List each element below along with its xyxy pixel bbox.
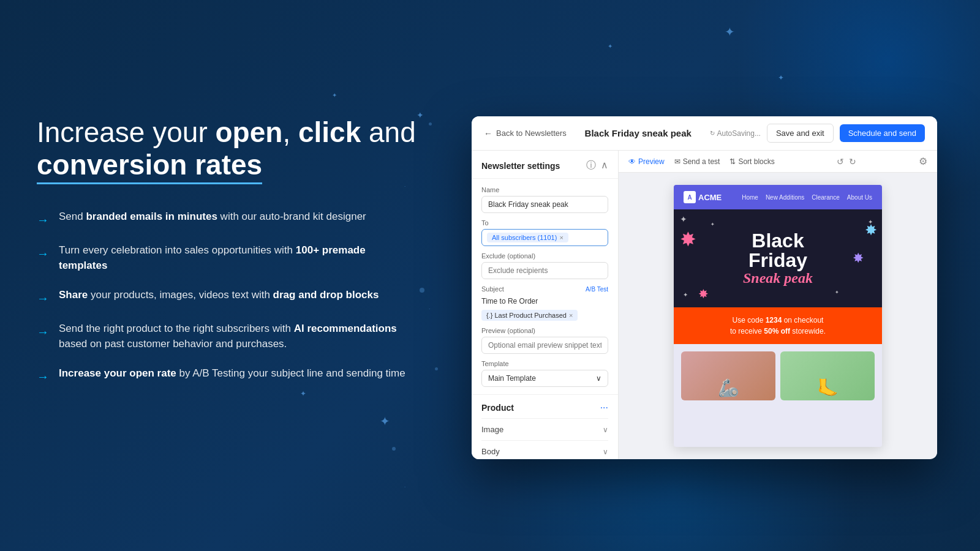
preview-panel: 👁 Preview ✉ Send a test ⇅ Sort blocks: [619, 151, 937, 459]
exclude-label: Exclude (optional): [481, 252, 608, 260]
product-section-title: Product: [481, 403, 514, 413]
feature-item-2: → Turn every celebration into sales oppo…: [37, 242, 417, 274]
email-hero: ✦ ✦ ✦ ✦ ✦ ✸ ✸ ✸ ✸: [674, 209, 882, 307]
back-to-newsletters-link[interactable]: ← Back to Newsletters: [484, 129, 567, 138]
feature-item-4: → Send the right product to the right su…: [37, 321, 417, 352]
preview-button[interactable]: 👁 Preview: [628, 157, 665, 166]
product-image-2: 🦶: [817, 378, 839, 400]
chevron-down-icon: ∨: [596, 374, 601, 383]
hero-line2: Friday: [743, 250, 813, 270]
send-test-icon: ✉: [674, 157, 680, 166]
nav-link-about: About Us: [847, 194, 872, 201]
headline-open: open: [215, 116, 282, 148]
remove-subscriber-tag[interactable]: ×: [559, 234, 563, 241]
template-label: Template: [481, 360, 608, 367]
sort-icon: ⇅: [729, 157, 736, 166]
subject-dynamic-tag: {.} Last Product Purchased ×: [481, 310, 578, 321]
name-label: Name: [481, 186, 608, 193]
image-collapse[interactable]: Image ∨: [481, 418, 608, 440]
feature-item-3: → Share your products, images, videos te…: [37, 287, 417, 307]
arrow-icon-2: →: [37, 244, 49, 263]
save-exit-button[interactable]: Save and exit: [767, 124, 834, 143]
nav-link-home: Home: [742, 194, 758, 201]
product-section: Product ··· Image ∨ Body ∨ Button: [472, 394, 618, 459]
features-list: → Send branded emails in minutes with ou…: [37, 209, 417, 386]
feature-text-2: Turn every celebration into sales opport…: [59, 242, 417, 274]
subject-input-row: Time to Re Order {.} Last Product Purcha…: [481, 295, 608, 321]
exclude-input[interactable]: [481, 262, 608, 279]
settings-panel: Newsletter settings ⓘ ∧ Name To: [472, 151, 619, 459]
feature-item-1: → Send branded emails in minutes with ou…: [37, 209, 417, 229]
form-section: Name To All subscribers (1101) ×: [472, 179, 618, 394]
remove-subject-tag[interactable]: ×: [569, 312, 573, 319]
undo-redo-controls: ↺ ↻: [837, 157, 856, 167]
subject-label: Subject: [481, 285, 504, 293]
name-input[interactable]: [481, 196, 608, 213]
autosave-refresh-icon: ↻: [710, 130, 715, 137]
preview-actions: 👁 Preview ✉ Send a test ⇅ Sort blocks: [628, 157, 775, 166]
email-preview: A ACME Home New Additions Clearance Abou…: [674, 185, 882, 447]
body-label: Body: [481, 447, 500, 456]
email-promo: Use code 1234 on checkout to receive 50%…: [674, 307, 882, 344]
app-title: Black Friday sneak peak: [585, 128, 692, 138]
back-label: Back to Newsletters: [496, 129, 567, 138]
headline-click: click: [298, 116, 361, 148]
email-logo: A ACME: [684, 191, 722, 203]
product-more-button[interactable]: ···: [600, 402, 608, 413]
headline-conversion: conversion rates: [37, 149, 262, 184]
app-window: ← Back to Newsletters Black Friday sneak…: [472, 116, 937, 459]
arrow-icon-1: →: [37, 211, 49, 229]
send-test-button[interactable]: ✉ Send a test: [674, 157, 720, 166]
template-select[interactable]: Main Template ∨: [481, 370, 608, 387]
app-header: ← Back to Newsletters Black Friday sneak…: [472, 116, 937, 151]
ab-test-link[interactable]: A/B Test: [586, 286, 608, 293]
preview-toolbar: 👁 Preview ✉ Send a test ⇅ Sort blocks: [619, 151, 937, 173]
preview-settings-icon[interactable]: ⚙: [919, 156, 927, 167]
subscriber-tag: All subscribers (1101) ×: [487, 233, 568, 242]
app-body: Newsletter settings ⓘ ∧ Name To: [472, 151, 937, 459]
feature-text-1: Send branded emails in minutes with our …: [59, 209, 366, 225]
email-preview-container: A ACME Home New Additions Clearance Abou…: [619, 173, 937, 459]
panel-title: Newsletter settings: [481, 161, 560, 171]
email-nav-links: Home New Additions Clearance About Us: [742, 194, 872, 201]
image-label: Image: [481, 425, 503, 434]
logo-icon: A: [684, 191, 696, 203]
arrow-icon-5: →: [37, 367, 49, 386]
collapse-icon[interactable]: ∧: [601, 159, 608, 172]
panel-header-actions: ⓘ ∧: [586, 159, 608, 172]
product-card-2: 🦶: [780, 351, 875, 400]
headline: Increase your open, click and conversion…: [37, 116, 417, 184]
to-input[interactable]: All subscribers (1101) ×: [481, 229, 608, 246]
body-chevron-icon: ∨: [603, 448, 608, 456]
nav-link-clearance: Clearance: [812, 194, 840, 201]
sort-blocks-button[interactable]: ⇅ Sort blocks: [729, 157, 774, 166]
preview-label: Preview (optional): [481, 327, 608, 334]
back-arrow-icon: ←: [484, 129, 492, 138]
undo-button[interactable]: ↺: [837, 157, 844, 167]
product-image-1: 🦾: [718, 378, 739, 400]
panel-header: Newsletter settings ⓘ ∧: [472, 151, 618, 179]
arrow-icon-3: →: [37, 289, 49, 307]
left-section: Increase your open, click and conversion…: [37, 165, 417, 386]
body-collapse[interactable]: Body ∨: [481, 440, 608, 459]
email-products: 🦾 🦶: [674, 344, 882, 408]
preview-eye-icon: 👁: [628, 157, 636, 166]
hero-line3: Sneak peak: [743, 270, 813, 287]
redo-button[interactable]: ↻: [849, 157, 856, 167]
product-card-1: 🦾: [681, 351, 775, 400]
hero-text: Black Friday Sneak peak: [743, 231, 813, 287]
preview-input[interactable]: [481, 337, 608, 354]
arrow-icon-4: →: [37, 323, 49, 341]
promo-text: Use code 1234 on checkout to receive 50%…: [686, 315, 870, 337]
subject-prefix-text: Time to Re Order: [481, 295, 538, 307]
feature-item-5: → Increase your open rate by A/B Testing…: [37, 365, 417, 386]
nav-link-new: New Additions: [766, 194, 804, 201]
info-icon[interactable]: ⓘ: [586, 159, 596, 172]
product-section-header: Product ···: [481, 402, 608, 413]
feature-text-4: Send the right product to the right subs…: [59, 321, 417, 352]
schedule-send-button[interactable]: Schedule and send: [840, 124, 925, 142]
right-section: ← Back to Newsletters Black Friday sneak…: [466, 116, 943, 459]
hero-line1: Black: [743, 231, 813, 250]
to-label: To: [481, 219, 608, 227]
feature-text-3: Share your products, images, videos text…: [59, 287, 379, 303]
